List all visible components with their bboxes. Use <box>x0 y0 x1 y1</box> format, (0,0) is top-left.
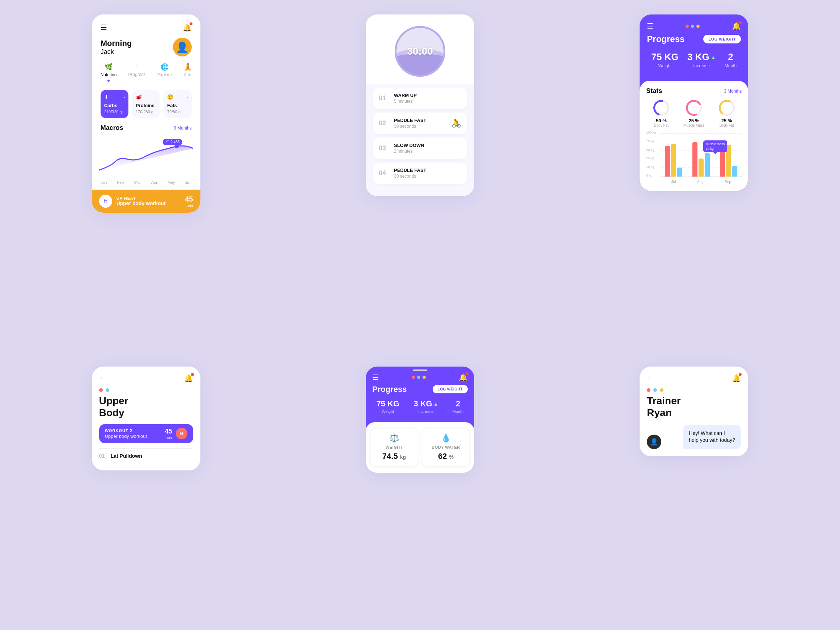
donut-row: 50 % Body Fat 25 % Muscle Mass 25 % Body… <box>646 100 742 127</box>
greeting-label: Morning <box>101 39 132 48</box>
stats-section: Stats 3 Months 50 % Body Fat 25 % Muscle… <box>639 81 748 191</box>
up-next-title: Upper body workout <box>117 201 166 206</box>
notification-badge <box>739 21 742 24</box>
donut-circle-pink <box>684 98 704 118</box>
timer-circle: 30:00 <box>395 26 445 77</box>
workout-badge[interactable]: WORKOUT 2 Upper body workout 45 min H <box>99 424 193 443</box>
back-arrow-icon[interactable]: ← <box>99 374 106 382</box>
progress-mini-card: ☰ 🔔 Progress LOG WEIGHT 75 KG Weight 3 K… <box>366 366 474 473</box>
hamburger-icon[interactable]: ☰ <box>101 23 107 32</box>
stat-increase: 3 KG ▲ Increase <box>687 51 716 68</box>
bar-chart: 100 kg 75 kg 50 kg 25 kg 10 kg 0 kg <box>646 133 742 184</box>
tab-explore[interactable]: 🌐 Explore <box>157 63 172 82</box>
tab-progress[interactable]: ↑ Progress <box>128 63 146 82</box>
timer-display: 30:00 <box>407 46 433 57</box>
progress-bell[interactable]: 🔔 <box>732 22 741 30</box>
list-item[interactable]: 02 PEDDLE FAST 30 seconds 🚴 <box>373 112 467 134</box>
stat-weight: 75 KG Weight <box>651 51 678 68</box>
proteins-icon: 🥩 <box>136 94 142 100</box>
weight-data-card[interactable]: ⚖️ WEIGHT 74.5 kg <box>370 428 418 466</box>
tab-nutrition[interactable]: 🌿 Nutrition <box>101 63 117 82</box>
back-arrow-trainer[interactable]: ← <box>647 374 653 382</box>
up-next-bar[interactable]: H UP NEXT Upper body workout 45 min <box>92 189 201 213</box>
decorative-dots <box>99 388 193 392</box>
stat-month-mini: 2 Month <box>453 399 464 414</box>
fats-icon: 😟 <box>167 94 173 100</box>
nutrition-card: ☰ 🔔 Morning Jack 👤 🌿 Nutrition ↑ Progres… <box>92 14 201 213</box>
hamburger-icon-mini[interactable]: ☰ <box>372 373 379 382</box>
carbs-icon: ⬇ <box>104 94 109 100</box>
muscle-tooltip: Muscle mass60 kg <box>703 141 728 152</box>
list-item[interactable]: 03 SLOW DOWN 2 minutes <box>373 137 467 159</box>
bar-red-aug <box>692 142 698 177</box>
proteins-card[interactable]: 🥩 • Proteins 170/280 g <box>132 90 160 118</box>
upper-body-card: ← 🔔 UpperBody WORKOUT 2 Upper body worko… <box>92 366 201 471</box>
mini-bell[interactable]: 🔔 <box>459 373 468 382</box>
nav-tabs: 🌿 Nutrition ↑ Progress 🌐 Explore 🧘 Zen <box>101 63 192 85</box>
stat-weight-mini: 75 KG Weight <box>377 399 400 414</box>
tab-zen[interactable]: 🧘 Zen <box>184 63 192 82</box>
log-weight-button[interactable]: LOG WEIGHT <box>703 35 741 43</box>
data-cards-row: ⚖️ WEIGHT 74.5 kg 💧 BODY WATER 62 % <box>366 422 474 473</box>
list-item[interactable]: 04 PEDDLE FAST 30 seconds <box>373 163 467 184</box>
workout-badge-info: WORKOUT 2 Upper body workout <box>105 428 147 439</box>
deco-dot-blue <box>653 388 657 392</box>
list-item[interactable]: 01 WARM UP 5 minutes <box>373 88 467 109</box>
upper-body-bell[interactable]: 🔔 <box>184 374 193 382</box>
progress-mini-title: Progress <box>372 385 407 394</box>
workout-list: 01 WARM UP 5 minutes 02 PEDDLE FAST 30 s… <box>366 84 474 196</box>
bar-yellow-aug <box>699 158 704 177</box>
bar-blue-sep <box>732 166 737 177</box>
trainer-card: ← 🔔 TrainerRyan 👤 Hey! What can I help y… <box>639 366 748 456</box>
deco-dot-red <box>647 388 651 392</box>
arrow-up-icon-mini: ▲ <box>433 401 439 407</box>
hamburger-icon-white[interactable]: ☰ <box>647 22 653 30</box>
chart-x-labels: Jan Feb Mar Apr May Jun <box>101 179 192 185</box>
bar-red-jul <box>665 146 670 177</box>
notification-badge <box>466 373 469 375</box>
timer-card: 30:00 01 WARM UP 5 minutes 02 PEDDLE FAS… <box>366 14 474 196</box>
months-filter[interactable]: 3 Months <box>724 88 742 94</box>
deco-dot-red <box>685 25 689 28</box>
body-water-data-card[interactable]: 💧 BODY WATER 62 % <box>422 428 470 466</box>
chat-bubble: Hey! What can I help you with today? <box>683 425 741 449</box>
notification-badge <box>189 22 193 25</box>
deco-dot-red <box>99 388 103 392</box>
water-icon: 💧 <box>426 434 466 443</box>
donut-circle-yellow <box>717 99 736 117</box>
months-filter[interactable]: 6 Months <box>174 126 191 131</box>
deco-dot-yellow <box>696 25 699 28</box>
bar-x-labels: Jul Aug Sep <box>660 180 742 184</box>
exercise-item[interactable]: 01 Lat Pulldown <box>99 448 193 463</box>
trainer-bell[interactable]: 🔔 <box>732 374 741 382</box>
scroll-indicator <box>413 369 427 371</box>
stats-row: 75 KG Weight 3 KG ▲ Increase 2 Month <box>639 44 748 76</box>
zen-icon: 🧘 <box>184 63 192 71</box>
stats-title: Stats <box>646 87 662 95</box>
explore-icon: 🌐 <box>161 63 169 71</box>
fats-dot: • <box>187 96 188 99</box>
macro-cards: ⬇ • Carbs 210/320 g 🥩 • Proteins 170/280… <box>101 90 192 118</box>
avatar[interactable]: 👤 <box>173 38 192 57</box>
macros-title: Macros <box>101 124 123 132</box>
stat-month: 2 Month <box>725 51 737 68</box>
trainer-deco-dots <box>647 388 741 392</box>
carbs-card[interactable]: ⬇ • Carbs 210/320 g <box>101 90 128 118</box>
carbs-dot: • <box>124 96 125 99</box>
trainer-avatar: 👤 <box>647 434 661 449</box>
notification-badge <box>739 373 742 376</box>
progress-title: Progress <box>647 34 684 44</box>
deco-dot-red <box>412 376 415 379</box>
log-weight-button-mini[interactable]: LOG WEIGHT <box>433 385 468 393</box>
fats-card[interactable]: 😟 • Fats 70/80 g <box>164 90 191 118</box>
deco-dot-yellow <box>423 376 426 379</box>
deco-dot-blue <box>417 376 420 379</box>
bar-chart-bars <box>660 133 742 177</box>
arrow-up-icon: ▲ <box>711 54 716 60</box>
stats-mini-row: 75 KG Weight 3 KG ▲ Increase 2 Month <box>366 394 474 419</box>
chat-row: 👤 Hey! What can I help you with today? <box>647 425 741 449</box>
notifications-bell[interactable]: 🔔 <box>183 23 192 32</box>
user-name: Jack <box>101 48 132 56</box>
bar-group-jul <box>665 144 682 177</box>
progress-icon: ↑ <box>135 63 139 71</box>
